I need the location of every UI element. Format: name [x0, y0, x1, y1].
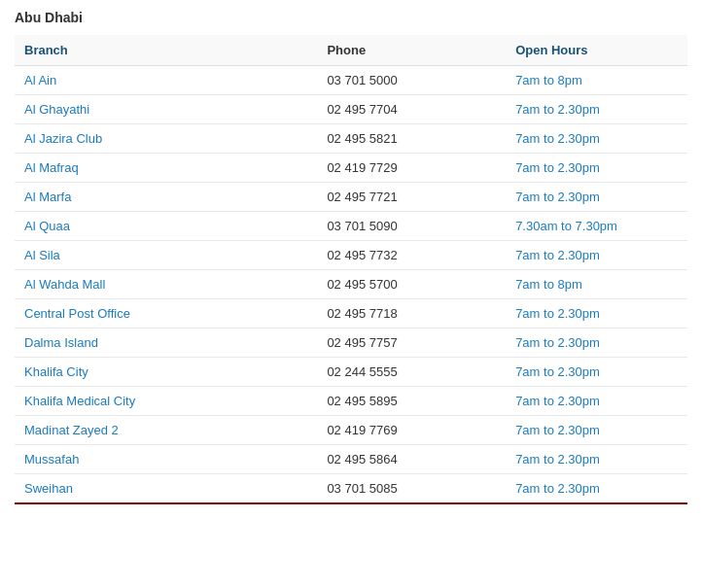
phone-header: Phone	[317, 35, 506, 66]
phone-cell: 02 495 7704	[317, 95, 506, 124]
table-row: Central Post Office02 495 77187am to 2.3…	[15, 299, 687, 329]
phone-cell: 02 495 7718	[317, 299, 506, 329]
table-row: Al Sila02 495 77327am to 2.30pm	[15, 241, 687, 270]
phone-cell: 02 495 5821	[317, 124, 506, 154]
branch-cell[interactable]: Al Ain	[15, 66, 317, 95]
hours-cell: 7am to 2.30pm	[506, 474, 687, 504]
branch-cell[interactable]: Al Quaa	[15, 212, 317, 241]
hours-cell: 7am to 2.30pm	[506, 416, 687, 445]
table-row: Mussafah02 495 58647am to 2.30pm	[15, 445, 687, 474]
hours-cell: 7am to 2.30pm	[506, 95, 687, 124]
branch-cell[interactable]: Madinat Zayed 2	[15, 416, 317, 445]
hours-cell: 7am to 2.30pm	[506, 124, 687, 154]
table-header-row: Branch Phone Open Hours	[15, 35, 687, 66]
table-row: Al Ain03 701 50007am to 8pm	[15, 66, 687, 95]
table-row: Al Marfa02 495 77217am to 2.30pm	[15, 183, 687, 212]
table-row: Al Ghayathi02 495 77047am to 2.30pm	[15, 95, 687, 124]
hours-cell: 7am to 2.30pm	[506, 445, 687, 474]
table-row: Al Jazira Club02 495 58217am to 2.30pm	[15, 124, 687, 154]
branch-cell[interactable]: Khalifa Medical City	[15, 387, 317, 416]
hours-cell: 7am to 2.30pm	[506, 299, 687, 329]
table-row: Al Quaa03 701 50907.30am to 7.30pm	[15, 212, 687, 241]
branch-cell[interactable]: Central Post Office	[15, 299, 317, 329]
table-row: Al Mafraq02 419 77297am to 2.30pm	[15, 154, 687, 183]
phone-cell: 03 701 5000	[317, 66, 506, 95]
branch-cell[interactable]: Mussafah	[15, 445, 317, 474]
table-row: Al Wahda Mall02 495 57007am to 8pm	[15, 270, 687, 299]
table-row: Sweihan03 701 50857am to 2.30pm	[15, 474, 687, 504]
hours-cell: 7am to 2.30pm	[506, 329, 687, 358]
hours-cell: 7am to 8pm	[506, 270, 687, 299]
hours-cell: 7am to 2.30pm	[506, 154, 687, 183]
branch-cell[interactable]: Al Ghayathi	[15, 95, 317, 124]
hours-cell: 7am to 2.30pm	[506, 241, 687, 270]
branch-cell[interactable]: Al Marfa	[15, 183, 317, 212]
phone-cell: 03 701 5085	[317, 474, 506, 504]
hours-header: Open Hours	[506, 35, 687, 66]
hours-cell: 7am to 2.30pm	[506, 183, 687, 212]
hours-cell: 7am to 2.30pm	[506, 387, 687, 416]
branch-cell[interactable]: Al Jazira Club	[15, 124, 317, 154]
table-row: Dalma Island02 495 77577am to 2.30pm	[15, 329, 687, 358]
phone-cell: 02 495 7721	[317, 183, 506, 212]
table-row: Khalifa Medical City02 495 58957am to 2.…	[15, 387, 687, 416]
phone-cell: 02 495 5864	[317, 445, 506, 474]
branches-table: Branch Phone Open Hours Al Ain03 701 500…	[15, 35, 687, 504]
table-row: Madinat Zayed 202 419 77697am to 2.30pm	[15, 416, 687, 445]
phone-cell: 02 419 7769	[317, 416, 506, 445]
phone-cell: 02 419 7729	[317, 154, 506, 183]
phone-cell: 02 495 5895	[317, 387, 506, 416]
phone-cell: 02 495 5700	[317, 270, 506, 299]
city-title: Abu Dhabi	[15, 10, 687, 25]
phone-cell: 02 495 7732	[317, 241, 506, 270]
hours-cell: 7am to 2.30pm	[506, 358, 687, 387]
hours-cell: 7.30am to 7.30pm	[506, 212, 687, 241]
table-row: Khalifa City02 244 55557am to 2.30pm	[15, 358, 687, 387]
branch-cell[interactable]: Khalifa City	[15, 358, 317, 387]
phone-cell: 02 244 5555	[317, 358, 506, 387]
branch-cell[interactable]: Al Sila	[15, 241, 317, 270]
phone-cell: 02 495 7757	[317, 329, 506, 358]
branch-cell[interactable]: Sweihan	[15, 474, 317, 504]
branch-cell[interactable]: Dalma Island	[15, 329, 317, 358]
branch-cell[interactable]: Al Wahda Mall	[15, 270, 317, 299]
hours-cell: 7am to 8pm	[506, 66, 687, 95]
branch-cell[interactable]: Al Mafraq	[15, 154, 317, 183]
branch-header: Branch	[15, 35, 317, 66]
phone-cell: 03 701 5090	[317, 212, 506, 241]
